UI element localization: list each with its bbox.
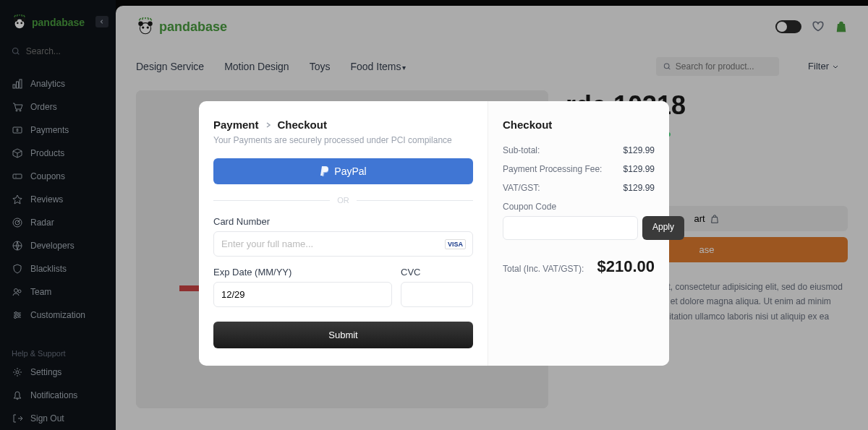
checkout-title: Checkout xyxy=(503,119,655,131)
exp-date-input[interactable] xyxy=(213,282,392,307)
chevron-right-icon xyxy=(265,121,272,129)
visa-icon: VISA xyxy=(445,239,466,249)
cvc-label: CVC xyxy=(401,267,473,278)
submit-button[interactable]: Submit xyxy=(213,322,473,348)
card-number-label: Card Number xyxy=(213,216,473,227)
exp-date-label: Exp Date (MM/YY) xyxy=(213,267,392,278)
coupon-label: Coupon Code xyxy=(503,202,655,212)
checkout-modal: Payment Checkout Your Payments are secur… xyxy=(199,101,669,366)
card-number-input[interactable] xyxy=(213,231,473,257)
checkout-summary: Checkout Sub-total:$129.99 Payment Proce… xyxy=(488,101,669,366)
total-value: $210.00 xyxy=(597,257,655,276)
divider: OR xyxy=(213,196,473,205)
coupon-input[interactable] xyxy=(503,216,638,240)
cvc-input[interactable] xyxy=(401,282,473,307)
crumb-checkout: Checkout xyxy=(278,119,327,131)
paypal-button[interactable]: PayPal xyxy=(213,158,473,184)
breadcrumb: Payment Checkout xyxy=(213,119,473,131)
line-vat: VAT/GST:$129.99 xyxy=(503,183,655,193)
total-label: Total (Inc. VAT/GST): xyxy=(503,264,584,274)
apply-button[interactable]: Apply xyxy=(642,216,684,240)
payment-form: Payment Checkout Your Payments are secur… xyxy=(199,101,488,366)
subtitle: Your Payments are securely processed und… xyxy=(213,135,473,145)
line-subtotal: Sub-total:$129.99 xyxy=(503,145,655,155)
total-row: Total (Inc. VAT/GST): $210.00 xyxy=(503,257,655,276)
line-processing-fee: Payment Processing Fee:$129.99 xyxy=(503,164,655,174)
crumb-payment: Payment xyxy=(213,119,259,131)
paypal-icon xyxy=(320,165,330,177)
